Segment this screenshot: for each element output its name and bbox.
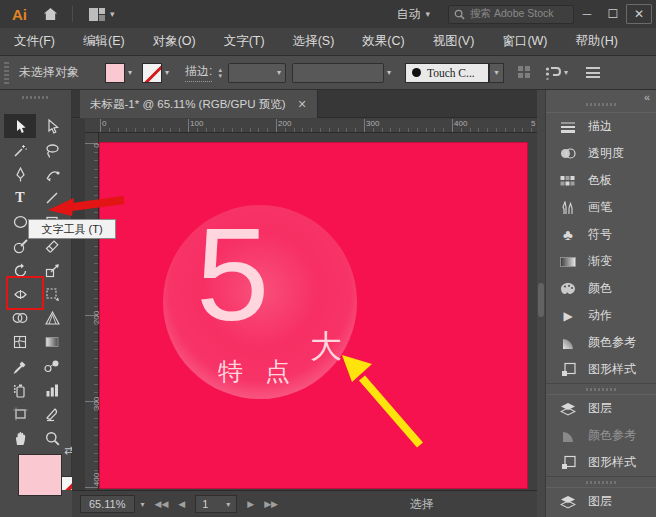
menu-effect[interactable]: 效果(C): [348, 28, 418, 55]
stroke-weight-label[interactable]: 描边:: [185, 63, 212, 82]
tools-panel-grip[interactable]: [22, 96, 50, 99]
panel-tab-gradient[interactable]: 渐变: [546, 248, 656, 275]
tool-eyedropper[interactable]: [4, 354, 36, 378]
panel-tab-graphic-styles[interactable]: 图形样式: [546, 356, 656, 383]
control-bar-grip[interactable]: [4, 62, 9, 84]
minimize-button[interactable]: ─: [574, 4, 600, 24]
artboard-number-field[interactable]: 1 ▾: [195, 495, 237, 513]
panel-tab-stroke[interactable]: 描边: [546, 113, 656, 140]
h-ruler-label: 400: [454, 119, 467, 128]
zoom-level-field[interactable]: 65.11%: [80, 495, 135, 513]
panel-tab-color-guide-dimmed[interactable]: 颜色参考: [546, 422, 656, 449]
menu-window[interactable]: 窗口(W): [488, 28, 561, 55]
h-ruler-label: 300: [366, 119, 379, 128]
first-artboard-icon[interactable]: ◀◀: [155, 499, 169, 509]
tool-hand[interactable]: [4, 426, 36, 450]
menu-select[interactable]: 选择(S): [279, 28, 349, 55]
panel-tab-brushes[interactable]: 画笔: [546, 194, 656, 221]
arrange-documents-chevron[interactable]: ▾: [110, 9, 115, 19]
panel-tab-transparency[interactable]: 透明度: [546, 140, 656, 167]
tool-curvature[interactable]: [36, 162, 68, 186]
transparency-icon: [559, 146, 577, 162]
menu-object[interactable]: 对象(O): [139, 28, 210, 55]
collapse-panels-icon[interactable]: «: [644, 91, 650, 103]
color-guide-icon: [559, 335, 577, 351]
tab-close-icon[interactable]: ✕: [298, 98, 307, 111]
horizontal-ruler[interactable]: 0 100 200 300 400 5: [85, 119, 537, 133]
menu-edit[interactable]: 编辑(E): [69, 28, 139, 55]
gradient-icon: [559, 254, 577, 270]
artboard-canvas[interactable]: 5 大 特点: [100, 143, 527, 488]
arrange-documents-icon[interactable]: [89, 8, 105, 21]
width-profile-preview[interactable]: [292, 63, 384, 83]
vertical-ruler[interactable]: 0 100 200 300 400: [85, 133, 99, 490]
menu-view[interactable]: 视图(V): [419, 28, 489, 55]
graphic-styles-icon: [559, 455, 577, 471]
panel-tab-color-guide[interactable]: 颜色参考: [546, 329, 656, 356]
h-ruler-label: 5: [531, 119, 535, 128]
tool-mesh[interactable]: [4, 330, 36, 354]
panel-tab-layers-2[interactable]: 图层: [546, 488, 656, 515]
tool-lasso[interactable]: [36, 138, 68, 162]
scrollbar-thumb[interactable]: [538, 283, 544, 317]
panel-tab-swatches[interactable]: 色板: [546, 167, 656, 194]
h-ruler-label: 200: [278, 119, 291, 128]
stroke-weight-dropdown[interactable]: ▾: [228, 63, 286, 83]
fill-proxy-swatch[interactable]: [18, 454, 62, 496]
symbols-icon: ♣: [559, 227, 577, 243]
stock-search-input[interactable]: 搜索 Adobe Stock: [448, 5, 574, 24]
last-artboard-icon[interactable]: ▶▶: [264, 499, 278, 509]
tool-artboard[interactable]: [4, 402, 36, 426]
fill-color-swatch[interactable]: [105, 63, 125, 83]
tool-column-graph[interactable]: [36, 378, 68, 402]
prev-artboard-icon[interactable]: ◀: [178, 499, 185, 509]
home-icon[interactable]: [43, 7, 58, 21]
tool-direct-selection[interactable]: [36, 114, 68, 138]
document-tab[interactable]: 未标题-1* @ 65.11% (RGB/GPU 预览) ✕: [80, 90, 318, 118]
stroke-color-swatch[interactable]: [142, 63, 162, 83]
tool-slice[interactable]: [36, 402, 68, 426]
panel-tab-symbols[interactable]: ♣ 符号: [546, 221, 656, 248]
next-artboard-icon[interactable]: ▶: [247, 499, 254, 509]
menu-type[interactable]: 文字(T): [210, 28, 279, 55]
fill-color-chevron[interactable]: ▾: [128, 68, 132, 77]
tool-symbol-sprayer[interactable]: [4, 378, 36, 402]
panel-tab-color[interactable]: 颜色: [546, 275, 656, 302]
brush-definition-chevron[interactable]: ▾: [489, 63, 504, 83]
artwork-number: 5: [196, 209, 269, 341]
stroke-weight-stepper[interactable]: ▴ ▾: [218, 67, 222, 79]
shape-properties-chevron[interactable]: ▾: [564, 68, 568, 77]
vertical-scrollbar[interactable]: [537, 90, 545, 517]
tool-blend[interactable]: [36, 354, 68, 378]
panel-tab-graphic-styles-2[interactable]: 图形样式: [546, 449, 656, 476]
width-profile-chevron[interactable]: ▾: [387, 68, 391, 77]
dock-divider[interactable]: [546, 384, 656, 394]
menu-file[interactable]: 文件(F): [0, 28, 69, 55]
gpu-mode-dropdown[interactable]: 自动 ▾: [397, 6, 431, 23]
tool-gradient[interactable]: [36, 330, 68, 354]
brush-definition-combo[interactable]: Touch C...: [405, 63, 489, 83]
control-bar-menu-icon[interactable]: [586, 67, 600, 78]
color-guide-icon: [559, 428, 577, 444]
shape-properties-icon[interactable]: [545, 66, 561, 80]
search-icon: [454, 9, 465, 20]
tool-pen[interactable]: [4, 162, 36, 186]
no-selection-label: 未选择对象: [19, 64, 79, 81]
close-button[interactable]: ✕: [626, 4, 652, 24]
status-text: 选择: [410, 496, 434, 513]
stroke-color-chevron[interactable]: ▾: [165, 68, 169, 77]
panel-tab-actions[interactable]: ▶ 动作: [546, 302, 656, 329]
dock-divider[interactable]: [546, 477, 656, 487]
h-ruler-label: 100: [190, 119, 203, 128]
recolor-artwork-icon: [518, 66, 531, 79]
tool-magic-wand[interactable]: [4, 138, 36, 162]
right-dock-panel: « 描边 透明度 色板 画笔 ♣ 符号: [545, 90, 656, 517]
tool-type[interactable]: T: [4, 186, 36, 210]
tool-selection[interactable]: [4, 114, 36, 138]
menu-help[interactable]: 帮助(H): [562, 28, 632, 55]
swatches-icon: [559, 173, 577, 189]
dock-grip[interactable]: [586, 103, 616, 106]
panel-tab-layers[interactable]: 图层: [546, 395, 656, 422]
maximize-button[interactable]: ☐: [600, 4, 626, 24]
zoom-level-chevron[interactable]: ▾: [141, 500, 145, 509]
